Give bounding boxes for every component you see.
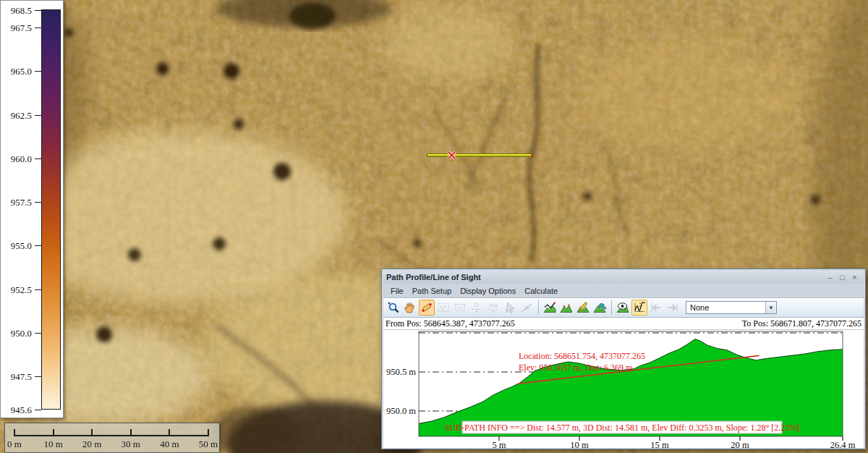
- window-title-bar[interactable]: Path Profile/Line of Sight –□×: [383, 271, 864, 284]
- legend-tick-label: 952.5: [0, 285, 32, 295]
- center-point-alt-icon[interactable]: [485, 300, 501, 316]
- y-axis-label: 950.5 m: [386, 367, 416, 377]
- menu-display-options[interactable]: Display Options: [456, 285, 520, 297]
- window-title: Path Profile/Line of Sight: [386, 273, 824, 281]
- x-axis-label: 5 m: [492, 440, 506, 448]
- terrain-peaks-icon[interactable]: [558, 300, 574, 316]
- pan-tool-icon[interactable]: [402, 300, 418, 316]
- y-axis-label: 950.0 m: [386, 406, 416, 416]
- prev-subpath-icon[interactable]: [648, 300, 664, 316]
- profile-chart-icon[interactable]: [631, 300, 647, 316]
- legend-tick-label: 947.5: [0, 372, 32, 381]
- legend-tick-label: 967.5: [0, 23, 32, 33]
- segment-select-icon[interactable]: [519, 300, 535, 316]
- legend-tick: [35, 410, 41, 410]
- scale-tick-label: 40 m: [153, 439, 185, 450]
- scale-tick: [130, 429, 132, 436]
- maximize-button[interactable]: □: [836, 272, 848, 282]
- to-position: To Pos: 568671.807, 4737077.265: [742, 318, 861, 329]
- close-button[interactable]: ×: [848, 272, 861, 282]
- legend-tick: [35, 333, 41, 334]
- profile-chart-svg[interactable]: 950.5 m950.0 m5 m10 m15 m20 m26.4 mLocat…: [383, 330, 862, 448]
- legend-tick-label: 955.0: [0, 241, 32, 250]
- viewshed-icon[interactable]: [615, 300, 631, 316]
- legend-tick-label: 945.6: [0, 405, 32, 415]
- path-line[interactable]: [427, 153, 533, 157]
- zoom-tool-icon[interactable]: [386, 300, 401, 316]
- legend-tick: [35, 71, 41, 72]
- pointer-select-icon[interactable]: [502, 300, 518, 316]
- legend-tick: [35, 27, 41, 28]
- legend-tick-label: 960.0: [0, 154, 32, 164]
- x-axis-label: 15 m: [650, 440, 669, 448]
- scale-tick-label: 0 m: [0, 439, 30, 450]
- select-points-icon[interactable]: [452, 300, 468, 316]
- scale-tick: [169, 429, 170, 436]
- scale-tick: [208, 429, 209, 436]
- menu-file[interactable]: File: [386, 285, 408, 297]
- dropdown-arrow-icon[interactable]: ▼: [765, 302, 776, 313]
- menu-calculate[interactable]: Calculate: [520, 285, 562, 297]
- x-axis-label: 10 m: [570, 440, 589, 448]
- annotation-elevation: Elev: 950.3637 m, Dist: 6.369 m: [519, 363, 633, 373]
- annotation-location: Location: 568651.754, 4737077.265: [519, 351, 645, 361]
- profile-chart-area[interactable]: 950.5 m950.0 m5 m10 m15 m20 m26.4 mLocat…: [383, 330, 864, 448]
- legend-tick-label: 957.5: [0, 198, 32, 207]
- sketch-path-icon[interactable]: [575, 300, 591, 316]
- legend-tick: [35, 10, 41, 11]
- select-region-icon[interactable]: [435, 300, 451, 316]
- subpath-dropdown[interactable]: None ▼: [686, 301, 777, 314]
- elevation-legend: 968.5967.5965.0962.5960.0957.5955.0952.5…: [0, 0, 64, 418]
- toolbar-separator: [611, 300, 612, 315]
- path-profile-icon[interactable]: [542, 300, 558, 316]
- minimize-button[interactable]: –: [824, 272, 836, 282]
- legend-tick: [35, 115, 41, 116]
- position-row: From Pos: 568645.387, 4737077.265 To Pos…: [383, 318, 864, 330]
- legend-tick-label: 962.5: [0, 111, 32, 120]
- legend-tick-label: 968.5: [0, 6, 32, 15]
- scale-tick-label: 20 m: [76, 439, 108, 450]
- legend-tick: [35, 245, 41, 246]
- map-scale-bar: 0 m10 m20 m30 m40 m50 m: [4, 423, 220, 453]
- path-end-marker: [531, 154, 533, 156]
- subpath-info-text: SUB-PATH INFO ==> Dist: 14.577 m, 3D Dis…: [445, 423, 799, 433]
- scale-tick: [53, 429, 54, 436]
- scale-bar-line: [14, 435, 208, 436]
- legend-tick-label: 965.0: [0, 67, 32, 76]
- x-axis-label: 20 m: [731, 440, 749, 448]
- scale-tick: [91, 429, 93, 436]
- scale-tick: [14, 429, 15, 436]
- pick-location-tool-icon[interactable]: [419, 300, 435, 316]
- toolbar: None ▼: [383, 298, 864, 318]
- legend-tick: [35, 289, 41, 290]
- menu-bar: FilePath SetupDisplay OptionsCalculate: [383, 284, 864, 298]
- path-location-marker-icon[interactable]: [447, 151, 456, 160]
- scale-tick-label: 50 m: [192, 439, 224, 450]
- x-axis-label: 26.4 m: [830, 440, 856, 448]
- legend-tick: [35, 158, 41, 159]
- subpath-dropdown-value: None: [686, 303, 765, 312]
- center-point-icon[interactable]: [469, 300, 485, 316]
- from-position: From Pos: 568645.387, 4737077.265: [386, 318, 742, 329]
- menu-path-setup[interactable]: Path Setup: [408, 285, 456, 297]
- legend-tick: [35, 202, 41, 203]
- toolbar-separator: [538, 300, 539, 315]
- elevation-gradient-bar: [41, 9, 61, 410]
- next-subpath-icon[interactable]: [665, 300, 681, 316]
- legend-tick-label: 950.0: [0, 329, 32, 338]
- scale-tick-label: 30 m: [115, 439, 147, 450]
- path-profile-window: Path Profile/Line of Sight –□× FilePath …: [381, 268, 866, 449]
- application-viewport: 968.5967.5965.0962.5960.0957.5955.0952.5…: [0, 0, 868, 453]
- scale-tick-label: 10 m: [38, 439, 69, 450]
- terrain-tools-icon[interactable]: [592, 300, 608, 316]
- legend-tick: [35, 376, 41, 377]
